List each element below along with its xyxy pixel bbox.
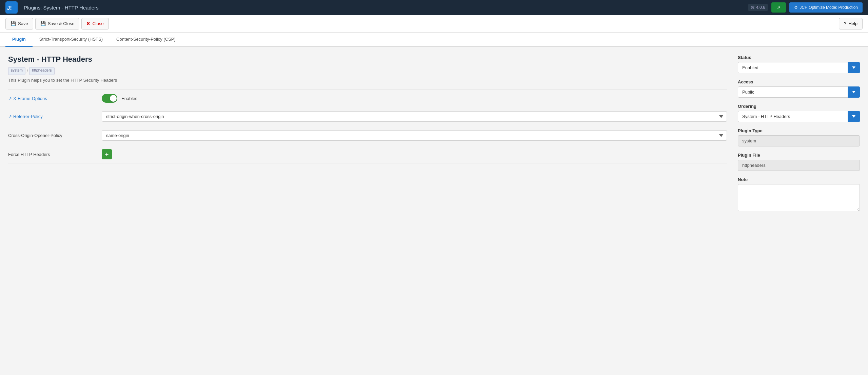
- plugin-file-input: [738, 160, 860, 171]
- plugin-type-field: Plugin Type: [738, 128, 860, 146]
- tabs-bar: Plugin Strict-Transport-Security (HSTS) …: [0, 33, 868, 47]
- save-button[interactable]: 💾 Save: [5, 18, 33, 29]
- help-button[interactable]: ? Help: [839, 18, 863, 29]
- help-label: Help: [848, 21, 857, 26]
- close-label: Close: [92, 21, 103, 26]
- plugin-type-input: [738, 135, 860, 146]
- form-row-force-http-headers: Force HTTP Headers +: [8, 145, 727, 164]
- label-referrer-policy: ↗ Referrer-Policy: [8, 114, 96, 119]
- save-label: Save: [18, 21, 28, 26]
- status-select-wrap: Enabled Disabled: [738, 62, 860, 73]
- label-force-http-headers: Force HTTP Headers: [8, 152, 96, 157]
- external-link-icon: ↗: [777, 5, 781, 10]
- ordering-select[interactable]: System - HTTP Headers: [738, 111, 860, 122]
- status-select[interactable]: Enabled Disabled: [738, 62, 860, 73]
- tab-csp[interactable]: Content-Security-Policy (CSP): [110, 33, 182, 47]
- svg-text:J!: J!: [7, 5, 12, 11]
- left-panel: System - HTTP Headers system / httpheade…: [8, 55, 727, 164]
- version-number: 4.0.6: [756, 5, 765, 10]
- tab-hsts[interactable]: Strict-Transport-Security (HSTS): [33, 33, 110, 47]
- add-force-http-headers-button[interactable]: +: [102, 149, 112, 159]
- jch-label: JCH Optimize Mode: Production: [800, 5, 858, 10]
- main-content: System - HTTP Headers system / httpheade…: [0, 47, 868, 226]
- toggle-label-x-frame-options: Enabled: [121, 96, 138, 101]
- gear-icon: ⚙: [794, 5, 798, 10]
- control-cross-origin-opener-policy: same-origin same-origin-allow-popups uns…: [102, 130, 727, 141]
- save-close-icon: 💾: [40, 21, 46, 26]
- badge-system: system: [8, 67, 25, 75]
- help-icon: ?: [844, 21, 846, 26]
- joomla-logo: J!: [5, 1, 18, 14]
- access-field: Access Public Registered Special: [738, 79, 860, 98]
- label-cross-origin-opener-policy: Cross-Origin-Opener-Policy: [8, 133, 96, 138]
- jch-optimize-button[interactable]: ⚙ JCH Optimize Mode: Production: [789, 2, 863, 13]
- plugin-badges: system / httpheaders: [8, 67, 727, 75]
- external-link-icon-rp: ↗: [8, 114, 12, 119]
- select-cross-origin-opener-policy[interactable]: same-origin same-origin-allow-popups uns…: [102, 130, 727, 141]
- toolbar: 💾 Save 💾 Save & Close ✖ Close ? Help: [0, 15, 868, 33]
- ordering-field: Ordering System - HTTP Headers: [738, 104, 860, 122]
- toggle-wrap-x-frame-options: Enabled: [102, 94, 727, 103]
- save-close-label: Save & Close: [48, 21, 75, 26]
- external-link-icon-x: ↗: [8, 96, 12, 101]
- select-referrer-policy[interactable]: strict-origin-when-cross-origin no-refer…: [102, 111, 727, 122]
- control-referrer-policy: strict-origin-when-cross-origin no-refer…: [102, 111, 727, 122]
- top-right-actions: ⌘ 4.0.6 ↗ ⚙ JCH Optimize Mode: Productio…: [748, 2, 863, 13]
- plugin-description: This Plugin helps you to set the HTTP Se…: [8, 78, 727, 83]
- plugin-type-label: Plugin Type: [738, 128, 860, 133]
- x-frame-options-link[interactable]: ↗ X-Frame-Options: [8, 96, 47, 101]
- open-new-window-button[interactable]: ↗: [771, 2, 786, 13]
- status-field: Status Enabled Disabled: [738, 55, 860, 73]
- access-select[interactable]: Public Registered Special: [738, 86, 860, 98]
- note-textarea[interactable]: [738, 184, 860, 211]
- save-icon: 💾: [11, 21, 16, 26]
- referrer-policy-link[interactable]: ↗ Referrer-Policy: [8, 114, 43, 119]
- access-select-wrap: Public Registered Special: [738, 86, 860, 98]
- ordering-label: Ordering: [738, 104, 860, 109]
- ordering-select-wrap: System - HTTP Headers: [738, 111, 860, 122]
- page-title: System - HTTP Headers: [8, 55, 727, 64]
- control-force-http-headers: +: [102, 149, 727, 159]
- right-panel: Status Enabled Disabled Access Public Re…: [738, 55, 860, 218]
- close-icon: ✖: [86, 21, 90, 26]
- form-row-x-frame-options: ↗ X-Frame-Options Enabled: [8, 90, 727, 107]
- label-x-frame-options: ↗ X-Frame-Options: [8, 96, 96, 101]
- tab-plugin[interactable]: Plugin: [5, 33, 33, 47]
- note-label: Note: [738, 177, 860, 182]
- form-row-cross-origin-opener-policy: Cross-Origin-Opener-Policy same-origin s…: [8, 126, 727, 145]
- access-label: Access: [738, 79, 860, 84]
- status-label: Status: [738, 55, 860, 60]
- badge-slash: /: [27, 67, 28, 75]
- plugin-file-label: Plugin File: [738, 153, 860, 158]
- form-row-referrer-policy: ↗ Referrer-Policy strict-origin-when-cro…: [8, 107, 727, 126]
- joomla-logo-icon: J!: [5, 1, 18, 14]
- save-close-button[interactable]: 💾 Save & Close: [35, 18, 80, 29]
- control-x-frame-options: Enabled: [102, 94, 727, 103]
- plugin-file-field: Plugin File: [738, 153, 860, 171]
- command-icon: ⌘: [751, 5, 755, 10]
- toggle-x-frame-options[interactable]: [102, 94, 117, 103]
- close-button[interactable]: ✖ Close: [81, 18, 108, 29]
- badge-httpheaders: httpheaders: [29, 67, 54, 75]
- top-navbar: J! Plugins: System - HTTP Headers ⌘ 4.0.…: [0, 0, 868, 15]
- form-table: ↗ X-Frame-Options Enabled ↗ Referrer-: [8, 90, 727, 164]
- note-field: Note: [738, 177, 860, 212]
- version-badge: ⌘ 4.0.6: [748, 4, 768, 11]
- page-title-nav: Plugins: System - HTTP Headers: [24, 5, 748, 11]
